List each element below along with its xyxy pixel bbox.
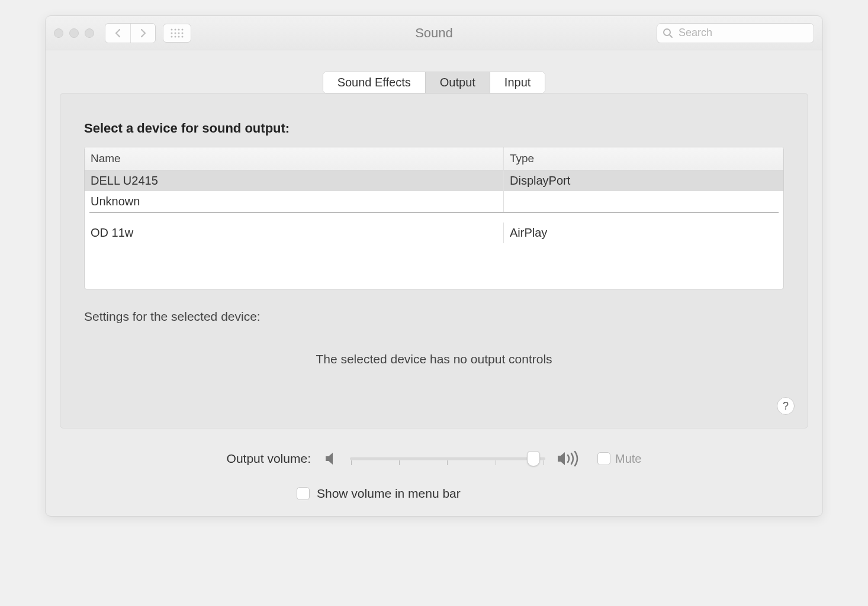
svg-point-4	[171, 32, 173, 34]
device-name: Unknown	[85, 191, 504, 212]
device-row[interactable]: Unknown	[85, 191, 783, 212]
svg-point-3	[182, 28, 184, 30]
settings-for-device-label: Settings for the selected device:	[84, 310, 784, 324]
chevron-right-icon	[140, 28, 147, 38]
device-table-header: Name Type	[85, 147, 783, 170]
device-row[interactable]: DELL U2415 DisplayPort	[85, 170, 783, 191]
show-volume-label: Show volume in menu bar	[317, 486, 461, 501]
show-all-button[interactable]	[163, 24, 191, 43]
select-device-label: Select a device for sound output:	[84, 121, 784, 136]
speaker-low-icon	[324, 452, 339, 466]
window-controls	[54, 28, 94, 38]
tab-group: Sound Effects Output Input	[323, 72, 546, 94]
search-field-wrap	[657, 23, 814, 43]
window-body: Sound Effects Output Input Select a devi…	[46, 50, 822, 516]
svg-point-9	[175, 36, 176, 37]
help-button[interactable]: ?	[777, 397, 795, 415]
show-volume-checkbox[interactable]	[297, 487, 310, 500]
back-button[interactable]	[105, 24, 130, 43]
no-output-controls-message: The selected device has no output contro…	[84, 352, 784, 366]
volume-area: Output volume:	[60, 449, 808, 501]
device-type: AirPlay	[504, 223, 783, 243]
speaker-high-icon	[556, 450, 581, 468]
svg-point-7	[182, 32, 184, 34]
close-window-button[interactable]	[54, 28, 63, 38]
tab-sound-effects[interactable]: Sound Effects	[323, 72, 425, 93]
forward-button[interactable]	[130, 24, 155, 43]
output-volume-row: Output volume:	[60, 449, 808, 469]
svg-point-10	[178, 36, 180, 37]
slider-track	[350, 457, 545, 460]
slider-thumb[interactable]	[527, 451, 540, 466]
svg-point-5	[175, 32, 176, 34]
chevron-left-icon	[114, 28, 121, 38]
device-type: DisplayPort	[504, 170, 783, 191]
nav-back-forward	[105, 23, 156, 43]
device-type	[504, 191, 783, 212]
column-header-name[interactable]: Name	[85, 147, 504, 170]
svg-point-2	[178, 28, 180, 30]
titlebar: Sound	[46, 16, 822, 50]
svg-point-8	[171, 36, 173, 37]
show-volume-row: Show volume in menu bar	[60, 486, 808, 501]
device-name: OD 11w	[85, 223, 504, 243]
grid-icon	[171, 28, 184, 38]
preferences-window: Sound Sound Effects Output Input Select …	[45, 15, 823, 517]
output-volume-label: Output volume:	[227, 452, 311, 466]
tab-input[interactable]: Input	[490, 72, 545, 93]
output-volume-slider[interactable]	[350, 449, 545, 469]
svg-point-11	[182, 36, 184, 37]
mute-label: Mute	[615, 452, 641, 466]
device-table: Name Type DELL U2415 DisplayPort Unknown…	[84, 147, 784, 289]
minimize-window-button[interactable]	[69, 28, 79, 38]
tab-output[interactable]: Output	[425, 72, 490, 93]
device-name: DELL U2415	[85, 170, 504, 191]
slider-ticks	[350, 460, 545, 466]
svg-point-1	[175, 28, 176, 30]
tab-bar: Sound Effects Output Input	[60, 72, 808, 94]
mute-checkbox[interactable]	[597, 452, 610, 465]
search-input[interactable]	[657, 23, 814, 43]
column-header-type[interactable]: Type	[504, 147, 783, 170]
svg-point-0	[171, 28, 173, 30]
device-table-body: DELL U2415 DisplayPort Unknown OD 11w Ai…	[85, 170, 783, 289]
mute-control: Mute	[597, 452, 641, 466]
device-row[interactable]: OD 11w AirPlay	[85, 213, 783, 243]
svg-point-6	[178, 32, 180, 34]
zoom-window-button[interactable]	[85, 28, 94, 38]
output-panel: Select a device for sound output: Name T…	[60, 93, 808, 428]
